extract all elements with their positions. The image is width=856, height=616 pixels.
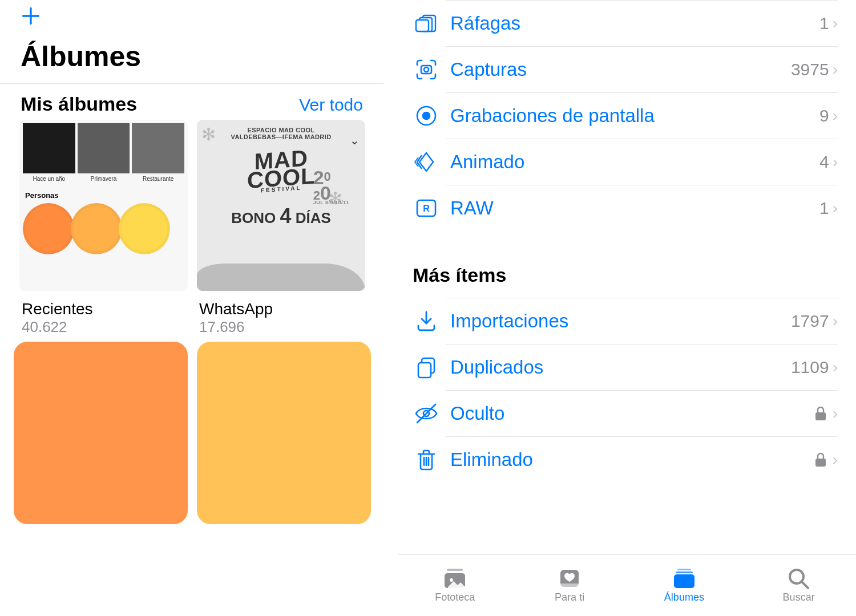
media-type-row[interactable]: Ráfagas 1 › <box>446 0 838 47</box>
hidden-icon <box>414 401 439 426</box>
poster-line: ESPACIO MAD COOL <box>247 127 314 133</box>
chevron-right-icon: › <box>833 60 838 79</box>
collage-label: Primavera <box>78 176 130 182</box>
chevron-right-icon: › <box>833 199 838 217</box>
row-label: Eliminado <box>450 449 814 471</box>
see-all-link[interactable]: Ver todo <box>299 95 363 115</box>
svg-rect-26 <box>676 572 693 573</box>
album-count: 17.696 <box>197 318 365 336</box>
search-icon <box>786 568 811 589</box>
chevron-right-icon: › <box>833 358 838 376</box>
burst-icon <box>414 11 439 36</box>
row-count: 3975 <box>791 60 829 79</box>
tab-label: Fototeca <box>435 591 475 603</box>
tab-label: Álbumes <box>664 591 704 603</box>
row-count: 9 <box>819 106 829 125</box>
album-thumbnail: ✻ ✻ ⌄ ESPACIO MAD COOL VALDEBEBAS—IFEMA … <box>197 120 365 291</box>
media-type-row[interactable]: R RAW 1 › <box>446 185 838 231</box>
face-avatar <box>23 203 74 254</box>
tab-bar: Fototeca Para ti Álbumes Buscar <box>398 554 856 616</box>
poster-logo: MADCOOLFESTIVAL <box>247 148 316 194</box>
trash-icon <box>414 447 439 472</box>
svg-point-22 <box>450 578 453 582</box>
row-count: 1 <box>819 198 829 218</box>
chevron-right-icon: › <box>833 107 838 125</box>
row-label: Animado <box>450 151 819 173</box>
for-you-icon <box>557 568 582 589</box>
chevron-right-icon: › <box>833 153 838 171</box>
chevron-right-icon: › <box>833 404 838 423</box>
collage-label: Hace un año <box>23 176 75 182</box>
svg-rect-19 <box>815 459 826 467</box>
lock-icon <box>814 406 827 421</box>
svg-rect-4 <box>416 20 429 31</box>
tab-buscar[interactable]: Buscar <box>741 555 856 616</box>
row-label: Capturas <box>450 59 791 80</box>
row-label: Ráfagas <box>450 13 819 34</box>
more-item-row[interactable]: Duplicados 1109 › <box>446 345 838 391</box>
page-title: Álbumes <box>0 26 383 84</box>
screenshot-icon <box>414 57 439 82</box>
row-label: Duplicados <box>450 356 791 378</box>
face-avatar <box>71 203 122 254</box>
poster-bono: BONO 4 DÍAS <box>231 204 331 228</box>
row-count: 1109 <box>791 358 829 377</box>
screen-recording-icon <box>414 103 439 128</box>
media-type-row[interactable]: Animado 4 › <box>446 139 838 185</box>
library-icon <box>442 568 467 589</box>
import-icon <box>414 309 439 334</box>
tab-label: Para ti <box>555 591 584 603</box>
face-avatar <box>119 203 170 254</box>
tab-para-ti[interactable]: Para ti <box>512 555 627 616</box>
svg-rect-20 <box>447 569 463 571</box>
tab-fototeca[interactable]: Fototeca <box>398 555 512 616</box>
album-thumbnail-large[interactable] <box>14 342 188 524</box>
svg-rect-12 <box>418 363 431 378</box>
tab-albumes[interactable]: Álbumes <box>627 555 742 616</box>
more-items-heading: Más ítems <box>406 231 838 298</box>
albums-icon <box>672 568 697 589</box>
poster-line: VALDEBEBAS—IFEMA MADRID <box>231 133 331 140</box>
svg-line-14 <box>417 404 435 423</box>
svg-rect-15 <box>815 412 826 420</box>
media-type-row[interactable]: Grabaciones de pantalla 9 › <box>446 93 838 139</box>
svg-point-8 <box>423 112 430 119</box>
poster-year: 2020JUL 8/9/10/11 <box>313 170 349 205</box>
chevron-right-icon: › <box>833 14 838 33</box>
row-count: 1797 <box>791 311 829 331</box>
row-label: RAW <box>450 197 819 219</box>
more-item-row[interactable]: Oculto › <box>446 391 838 437</box>
animated-icon <box>414 149 439 175</box>
svg-rect-25 <box>677 569 691 570</box>
svg-line-29 <box>802 582 808 588</box>
row-label: Oculto <box>450 403 814 424</box>
svg-rect-24 <box>560 583 579 587</box>
album-card-recientes[interactable]: Hace un año Primavera Restaurante Person… <box>19 120 188 336</box>
svg-point-6 <box>424 67 429 72</box>
duplicate-icon <box>414 355 439 380</box>
more-item-row[interactable]: Importaciones 1797 › <box>446 298 838 345</box>
row-label: Grabaciones de pantalla <box>450 105 819 127</box>
media-type-row[interactable]: Capturas 3975 › <box>446 47 838 93</box>
album-thumbnail: Hace un año Primavera Restaurante Person… <box>19 120 188 291</box>
album-count: 40.622 <box>19 318 188 336</box>
row-label: Importaciones <box>450 310 791 332</box>
svg-text:R: R <box>423 204 430 213</box>
raw-icon: R <box>414 196 439 221</box>
tab-label: Buscar <box>783 591 815 603</box>
my-albums-heading: Mis álbumes <box>21 93 137 115</box>
collage-label: Restaurante <box>132 176 184 182</box>
chevron-right-icon: › <box>833 451 838 469</box>
lock-icon <box>814 452 827 467</box>
svg-rect-27 <box>674 574 695 588</box>
personas-label: Personas <box>19 182 188 203</box>
album-thumbnail-large[interactable] <box>197 342 371 524</box>
add-album-button[interactable] <box>0 0 383 26</box>
row-count: 4 <box>819 152 829 172</box>
chevron-right-icon: › <box>833 312 838 330</box>
album-card-whatsapp[interactable]: ✻ ✻ ⌄ ESPACIO MAD COOL VALDEBEBAS—IFEMA … <box>197 120 365 336</box>
more-item-row[interactable]: Eliminado › <box>446 437 838 483</box>
album-title: Recientes <box>19 300 188 318</box>
album-title: WhatsApp <box>197 300 365 318</box>
row-count: 1 <box>819 14 829 33</box>
